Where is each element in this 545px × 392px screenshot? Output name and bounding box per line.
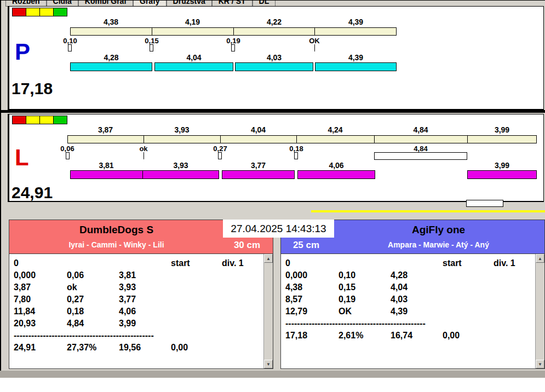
workspace: Rozběh Čidla Kombi Graf Grafy Družstva K… — [0, 0, 545, 371]
cell: 0 — [14, 258, 19, 268]
team-left-members: Iyrai - Cammi - Winky - Lili — [9, 240, 223, 249]
cell: 0 — [285, 258, 290, 268]
total-percent-cell: 2,61% — [339, 331, 363, 341]
p-run-bar — [154, 62, 233, 71]
team-left-category: 30 cm — [223, 240, 271, 251]
total-time-cell: 24,91 — [14, 343, 36, 353]
cell: 20,93 — [14, 319, 36, 328]
p-top-segment-label: 4,19 — [152, 18, 233, 26]
cell: 0,19 — [339, 295, 355, 304]
l-reference-bar — [67, 135, 537, 143]
p-total-time: 17,18 — [12, 80, 53, 97]
yellow-progress-line — [311, 210, 545, 212]
l-tick-label: 0,27 — [208, 145, 232, 153]
l-top-segment-label: 4,04 — [220, 125, 296, 134]
total-net-cell: 19,56 — [119, 343, 141, 353]
tick-marker — [231, 44, 235, 51]
cell: 0,000 — [285, 270, 307, 280]
bar-segment — [144, 136, 221, 143]
light-red — [12, 8, 26, 16]
bar-segment — [152, 28, 234, 35]
cell: 12,79 — [285, 307, 307, 316]
cell: 11,84 — [14, 307, 35, 316]
p-bottom-segment-label: 4,28 — [70, 53, 152, 62]
l-bottom-segment-label: 4,06 — [297, 161, 375, 170]
l-run-bar — [222, 170, 295, 179]
separator-row: ----------------------------------------… — [285, 319, 426, 328]
scrollbar[interactable]: ▲ ▼ — [535, 254, 544, 368]
cell: 4,28 — [391, 270, 408, 280]
scrollbar[interactable]: ▲ ▼ — [263, 254, 273, 368]
light-green — [53, 116, 67, 124]
l-bottom-segment-label: 3,93 — [142, 161, 219, 170]
p-tick-label: OK — [302, 37, 326, 45]
l-penalty-bar — [374, 152, 467, 160]
light-yellow-1 — [26, 8, 40, 16]
p-run-bar — [315, 62, 397, 71]
p-top-segment-label: 4,38 — [70, 18, 152, 26]
cell: 3,99 — [119, 319, 136, 328]
window-bottom-edge — [0, 371, 545, 378]
cell: 4,84 — [67, 319, 84, 328]
tick-marker — [218, 152, 222, 159]
cell: 0,15 — [339, 283, 355, 292]
team-panel-left: DumbleDogs S Iyrai - Cammi - Winky - Lil… — [9, 220, 273, 369]
l-top-segment-label: 4,84 — [374, 125, 467, 134]
light-yellow-2 — [39, 8, 54, 16]
cell: 3,81 — [119, 270, 136, 280]
p-tick-label: 0,15 — [140, 37, 164, 45]
bar-segment — [221, 136, 297, 143]
bar-segment — [315, 28, 396, 35]
light-green — [53, 8, 67, 16]
scroll-up-button[interactable]: ▲ — [536, 254, 544, 263]
p-top-segment-label: 4,22 — [233, 18, 315, 26]
light-red — [12, 116, 26, 124]
bar-segment — [297, 136, 375, 143]
bar-segment — [375, 136, 468, 143]
p-top-segment-label: 4,39 — [315, 18, 397, 26]
l-tick-label: 0,06 — [55, 145, 79, 153]
cell: 3,93 — [119, 283, 136, 292]
cell: 4,04 — [391, 283, 408, 292]
p-bottom-segment-label: 4,04 — [154, 53, 233, 62]
cell: 4,38 — [285, 283, 302, 292]
bar-segment — [71, 171, 143, 178]
l-tick-label: ok — [131, 145, 156, 153]
team-right-table: 0 start div. 1 0,000 0,10 4,28 4,38 0,15… — [281, 253, 544, 368]
cell: 4,03 — [391, 295, 408, 304]
p-bottom-segment-label: 4,03 — [235, 53, 313, 62]
tick-marker-line — [144, 152, 144, 159]
cell: 3,77 — [119, 295, 136, 304]
l-top-segment-label: 3,93 — [144, 125, 220, 134]
scroll-down-button[interactable]: ▼ — [536, 360, 544, 368]
cell: 0,18 — [67, 307, 84, 316]
total-net-cell: 16,74 — [391, 331, 412, 341]
tick-marker — [66, 152, 70, 159]
graph-panel-l: 3,87 3,93 4,04 4,24 4,84 3,99 0,06 ok 0,… — [8, 114, 544, 202]
l-total-time: 24,91 — [12, 185, 53, 201]
l-top-segment-label: 3,99 — [467, 125, 537, 134]
p-tick-label: 0,19 — [221, 37, 245, 45]
scroll-down-button[interactable]: ▼ — [264, 360, 273, 368]
cell: 4,06 — [119, 307, 136, 316]
l-top-segment-label: 3,87 — [67, 125, 144, 134]
cell: OK — [339, 307, 352, 316]
cell: div. 1 — [494, 258, 515, 268]
cell: 0,000 — [14, 270, 36, 280]
cell: 8,57 — [285, 295, 302, 304]
l-bottom-segment-label: 3,77 — [222, 161, 295, 170]
team-panel-right: 25 cm AgiFly one Ampara - Marwie - Atý -… — [280, 220, 545, 369]
tick-marker — [150, 44, 153, 51]
l-bottom-segment-label: 3,81 — [70, 161, 142, 170]
progress-marker — [466, 200, 503, 207]
cell: 0,27 — [67, 295, 84, 304]
team-right-members: Ampara - Marwie - Atý - Aný — [331, 240, 545, 249]
scroll-up-button[interactable]: ▲ — [264, 254, 273, 263]
bar-segment — [71, 28, 152, 35]
team-right-name: AgiFly one — [331, 224, 545, 236]
light-yellow-2 — [39, 116, 54, 124]
course-letter-l: L — [15, 146, 29, 169]
l-run-bar — [467, 170, 537, 179]
total-faults-cell: 0,00 — [443, 331, 460, 341]
panel-divider — [1, 110, 545, 113]
